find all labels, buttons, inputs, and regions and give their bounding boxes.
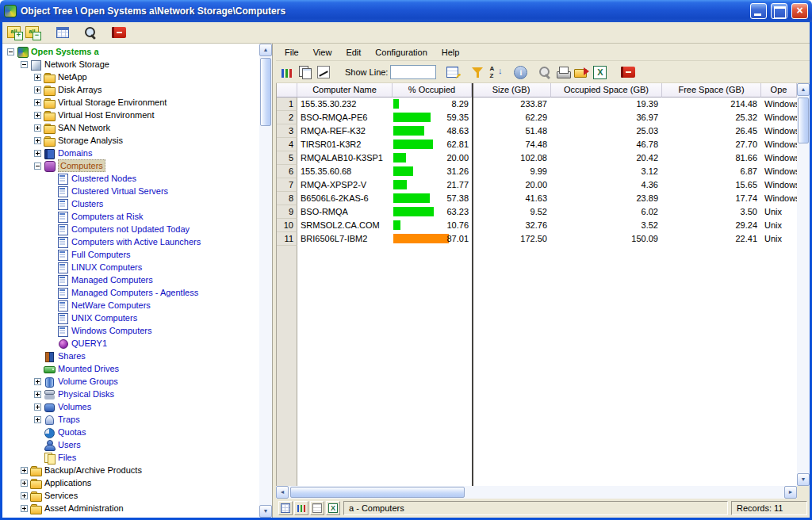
- tree-expander[interactable]: [34, 137, 41, 144]
- export-icon[interactable]: [573, 64, 589, 80]
- tree-item[interactable]: Physical Disks: [2, 388, 259, 400]
- legend-icon[interactable]: [110, 25, 126, 40]
- tree-item[interactable]: LINUX Computers: [2, 261, 259, 273]
- scroll-left-button[interactable]: ◄: [276, 486, 289, 499]
- close-button[interactable]: [791, 3, 808, 19]
- trend-icon[interactable]: [316, 64, 331, 80]
- tree-item[interactable]: Computers with Active Launchers: [2, 235, 259, 248]
- tree-item[interactable]: Files: [2, 451, 259, 464]
- expand-all-icon[interactable]: [7, 25, 23, 40]
- title-bar[interactable]: Object Tree \ Open Systems a\Network Sto…: [0, 0, 812, 22]
- tree-item[interactable]: Backup/Archive Products: [2, 464, 259, 476]
- column-header[interactable]: % Occupied: [393, 83, 472, 98]
- tree-expander[interactable]: [34, 150, 41, 157]
- status-sheet-view-icon[interactable]: [310, 501, 324, 515]
- tree-expander[interactable]: [34, 378, 41, 385]
- zoom-icon[interactable]: [537, 64, 553, 80]
- tree-item[interactable]: Shares: [2, 350, 259, 362]
- column-header[interactable]: Occupied Space (GB): [551, 83, 662, 98]
- filter-icon[interactable]: [469, 64, 485, 80]
- horizontal-scrollbar[interactable]: ◄ ►: [276, 486, 797, 499]
- tree-item[interactable]: Services: [2, 489, 259, 502]
- table-row[interactable]: 1 155.35.30.232 8.29 233.87 19.39 214.48: [277, 98, 797, 111]
- tree-item[interactable]: Applications: [2, 476, 259, 489]
- status-table-view-icon[interactable]: [278, 501, 293, 515]
- tree-item[interactable]: Disk Arrays: [2, 83, 259, 96]
- menu-item[interactable]: File: [278, 45, 306, 59]
- apply-icon[interactable]: [445, 64, 461, 80]
- column-header[interactable]: Size (GB): [472, 83, 551, 98]
- tree-item[interactable]: Virtual Host Environment: [2, 109, 259, 121]
- minimize-button[interactable]: [750, 3, 767, 19]
- menu-item[interactable]: Help: [435, 45, 467, 59]
- table-vertical-scrollbar[interactable]: ▲ ▼: [797, 83, 810, 486]
- tree-expander[interactable]: [21, 467, 28, 474]
- tree-item[interactable]: Storage Analysis: [2, 134, 259, 147]
- table-row[interactable]: 7 RMQA-XPSP2-V 21.77 20.00 4.36 15.65: [277, 178, 797, 192]
- scroll-down-button[interactable]: ▼: [797, 473, 810, 486]
- tree-item[interactable]: Mounted Drives: [2, 362, 259, 375]
- table-row[interactable]: 8 B6506L6-2KAS-6 57.38 41.63 23.89 17.74: [277, 192, 797, 205]
- table-row[interactable]: 2 BSO-RMQA-PE6 59.35 62.29 36.97 25.32: [277, 111, 797, 124]
- scroll-thumb[interactable]: [260, 58, 271, 126]
- tree-item[interactable]: Clusters: [2, 197, 259, 210]
- tree-expander[interactable]: [34, 124, 41, 132]
- status-chart-view-icon[interactable]: [294, 501, 308, 515]
- tree-expander[interactable]: [34, 86, 41, 94]
- menu-item[interactable]: Configuration: [368, 45, 434, 59]
- scroll-thumb[interactable]: [798, 98, 809, 143]
- tree-expander[interactable]: [21, 492, 28, 499]
- tree-expander[interactable]: [34, 112, 41, 119]
- menu-item[interactable]: Edit: [339, 45, 368, 59]
- tree-expander[interactable]: [21, 61, 28, 68]
- tree-item[interactable]: Clustered Nodes: [2, 172, 259, 185]
- column-header[interactable]: Free Space (GB): [662, 83, 761, 98]
- column-header[interactable]: Ope: [761, 83, 797, 98]
- table-row[interactable]: 5 RMQALAB10-K3SP1 20.00 102.08 20.42 81.…: [277, 151, 797, 165]
- menu-item[interactable]: View: [306, 45, 339, 59]
- maximize-button[interactable]: [771, 3, 787, 19]
- table-row[interactable]: 4 TIRSR01-K3R2 62.81 74.48 46.78 27.70: [277, 138, 797, 151]
- tree-item[interactable]: Managed Computers - Agentless: [2, 286, 259, 299]
- column-header[interactable]: [277, 83, 297, 98]
- tree-item[interactable]: Windows Computers: [2, 324, 259, 337]
- tree-item[interactable]: NetWare Computers: [2, 299, 259, 312]
- tree-item[interactable]: Computers not Updated Today: [2, 223, 259, 235]
- tree-item[interactable]: UNIX Computers: [2, 312, 259, 324]
- tree-item[interactable]: Clustered Virtual Servers: [2, 185, 259, 197]
- tree-item[interactable]: SAN Network: [2, 121, 259, 134]
- excel-icon[interactable]: [592, 64, 607, 80]
- tree-expander[interactable]: [21, 480, 28, 487]
- tree-expander[interactable]: [34, 99, 41, 106]
- info-icon[interactable]: [512, 64, 528, 80]
- tree-expander[interactable]: [34, 416, 41, 423]
- collapse-all-icon[interactable]: [25, 25, 41, 40]
- tree-item[interactable]: QUERY1: [2, 337, 259, 350]
- sort-az-icon[interactable]: [488, 64, 504, 80]
- find-icon[interactable]: [82, 25, 98, 40]
- show-line-input[interactable]: [390, 65, 436, 79]
- tree-item[interactable]: Traps: [2, 413, 259, 426]
- legend-icon[interactable]: [619, 64, 635, 80]
- tree-item[interactable]: Domains: [2, 147, 259, 159]
- tree-expander[interactable]: [34, 74, 41, 81]
- scroll-down-button[interactable]: ▼: [259, 505, 272, 518]
- scroll-thumb[interactable]: [290, 487, 465, 498]
- tree-item[interactable]: Computers at Risk: [2, 210, 259, 223]
- tree-item[interactable]: Full Computers: [2, 248, 259, 261]
- tree-item[interactable]: Managed Computers: [2, 273, 259, 286]
- tree-scrollbar[interactable]: ▲ ▼: [259, 44, 272, 518]
- freeze-divider[interactable]: [472, 83, 473, 486]
- graph-icon[interactable]: [279, 64, 295, 80]
- scroll-up-button[interactable]: ▲: [259, 44, 272, 56]
- table-row[interactable]: 3 RMQA-REF-K32 48.63 51.48 25.03 26.45: [277, 124, 797, 138]
- tree-item[interactable]: Asset Administration: [2, 502, 259, 514]
- table-row[interactable]: 10 SRMSOL2.CA.COM 10.76 32.76 3.52 29.24: [277, 219, 797, 232]
- tree-item[interactable]: Computers: [2, 159, 259, 172]
- tree-item[interactable]: Volume Groups: [2, 375, 259, 388]
- tree-item[interactable]: Virtual Storage Environment: [2, 96, 259, 109]
- scroll-right-button[interactable]: ►: [784, 486, 797, 499]
- tree-item[interactable]: Open Systems a: [2, 45, 259, 58]
- status-export-view-icon[interactable]: [326, 501, 340, 515]
- tree-item[interactable]: Network Storage: [2, 58, 259, 71]
